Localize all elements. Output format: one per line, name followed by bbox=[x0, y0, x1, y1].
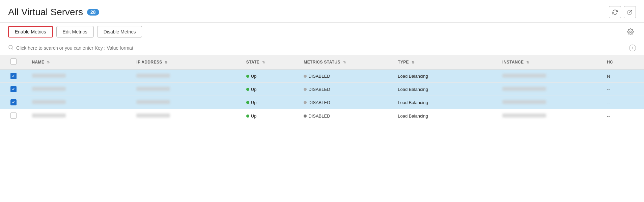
table-wrapper: NAME ⇅ IP ADDRESS ⇅ STATE ⇅ METRICS STAT… bbox=[0, 55, 644, 202]
search-input[interactable] bbox=[16, 45, 626, 51]
sort-arrows-state: ⇅ bbox=[262, 60, 265, 64]
row-metrics-status: DISABLED bbox=[299, 109, 393, 123]
row-metrics-status: DISABLED bbox=[299, 96, 393, 109]
svg-line-0 bbox=[629, 10, 632, 12]
col-header-name[interactable]: NAME ⇅ bbox=[27, 55, 132, 69]
refresh-icon bbox=[612, 9, 618, 15]
refresh-button[interactable] bbox=[609, 6, 621, 18]
page-title-area: All Virtual Servers 28 bbox=[8, 7, 99, 18]
col-header-state[interactable]: STATE ⇅ bbox=[242, 55, 299, 69]
enable-metrics-button[interactable]: Enable Metrics bbox=[8, 26, 53, 37]
page-wrapper: All Virtual Servers 28 Enabl bbox=[0, 0, 644, 202]
toolbar: Enable Metrics Edit Metrics Disable Metr… bbox=[0, 22, 644, 41]
row-checkbox-cell bbox=[0, 83, 27, 96]
col-header-ip[interactable]: IP ADDRESS ⇅ bbox=[132, 55, 241, 69]
row-hc: -- bbox=[602, 96, 644, 109]
table-row[interactable]: UpDISABLEDLoad Balancing-- bbox=[0, 96, 644, 109]
row-checkbox-cell bbox=[0, 96, 27, 109]
toolbar-buttons: Enable Metrics Edit Metrics Disable Metr… bbox=[8, 26, 142, 37]
row-instance bbox=[498, 69, 602, 83]
svg-line-3 bbox=[12, 48, 13, 49]
select-all-checkbox[interactable] bbox=[10, 58, 17, 65]
external-link-button[interactable] bbox=[624, 6, 636, 18]
metrics-dot bbox=[304, 115, 307, 118]
row-ip bbox=[132, 83, 241, 96]
sort-arrows-ip: ⇅ bbox=[165, 60, 167, 64]
row-instance bbox=[498, 83, 602, 96]
col-header-type[interactable]: TYPE ⇅ bbox=[393, 55, 498, 69]
state-dot bbox=[246, 75, 249, 78]
info-icon[interactable]: i bbox=[629, 45, 636, 51]
row-hc: N bbox=[602, 69, 644, 83]
row-checkbox[interactable] bbox=[10, 73, 17, 79]
row-state: Up bbox=[242, 96, 299, 109]
page-title: All Virtual Servers bbox=[8, 7, 83, 18]
search-icon bbox=[8, 45, 13, 51]
svg-point-1 bbox=[630, 31, 632, 33]
row-checkbox-cell bbox=[0, 109, 27, 123]
sort-arrows-name: ⇅ bbox=[47, 60, 50, 64]
row-metrics-status: DISABLED bbox=[299, 83, 393, 96]
row-instance bbox=[498, 96, 602, 109]
row-checkbox[interactable] bbox=[10, 112, 17, 119]
row-type: Load Balancing bbox=[393, 96, 498, 109]
row-state: Up bbox=[242, 109, 299, 123]
row-type: Load Balancing bbox=[393, 83, 498, 96]
table-row[interactable]: UpDISABLEDLoad Balancing-- bbox=[0, 109, 644, 123]
table-header-row: NAME ⇅ IP ADDRESS ⇅ STATE ⇅ METRICS STAT… bbox=[0, 55, 644, 69]
row-hc: -- bbox=[602, 109, 644, 123]
edit-metrics-button[interactable]: Edit Metrics bbox=[56, 26, 94, 37]
sort-arrows-metrics: ⇅ bbox=[343, 60, 346, 64]
state-dot bbox=[246, 115, 249, 118]
row-name bbox=[27, 109, 132, 123]
col-header-metrics[interactable]: METRICS STATUS ⇅ bbox=[299, 55, 393, 69]
state-dot bbox=[246, 88, 249, 91]
virtual-servers-table: NAME ⇅ IP ADDRESS ⇅ STATE ⇅ METRICS STAT… bbox=[0, 55, 644, 123]
row-instance bbox=[498, 109, 602, 123]
row-type: Load Balancing bbox=[393, 109, 498, 123]
row-checkbox[interactable] bbox=[10, 99, 17, 105]
disable-metrics-button[interactable]: Disable Metrics bbox=[97, 26, 142, 37]
row-ip bbox=[132, 96, 241, 109]
table-body: UpDISABLEDLoad BalancingNUpDISABLEDLoad … bbox=[0, 69, 644, 123]
row-ip bbox=[132, 109, 241, 123]
header-icons bbox=[609, 6, 636, 18]
metrics-dot bbox=[304, 88, 307, 91]
row-checkbox-cell bbox=[0, 69, 27, 83]
row-metrics-status: DISABLED bbox=[299, 69, 393, 83]
row-state: Up bbox=[242, 83, 299, 96]
metrics-dot bbox=[304, 101, 307, 104]
row-state: Up bbox=[242, 69, 299, 83]
metrics-dot bbox=[304, 75, 307, 78]
search-bar: i bbox=[0, 41, 644, 55]
settings-button[interactable] bbox=[625, 26, 636, 37]
row-hc: -- bbox=[602, 83, 644, 96]
row-name bbox=[27, 96, 132, 109]
row-type: Load Balancing bbox=[393, 69, 498, 83]
row-checkbox[interactable] bbox=[10, 86, 17, 92]
row-ip bbox=[132, 69, 241, 83]
gear-icon bbox=[627, 28, 634, 35]
col-header-instance[interactable]: INSTANCE ⇅ bbox=[498, 55, 602, 69]
page-header: All Virtual Servers 28 bbox=[0, 0, 644, 22]
external-link-icon bbox=[627, 9, 633, 15]
sort-arrows-type: ⇅ bbox=[412, 60, 414, 64]
col-header-check[interactable] bbox=[0, 55, 27, 69]
state-dot bbox=[246, 101, 249, 104]
row-name bbox=[27, 69, 132, 83]
count-badge: 28 bbox=[87, 9, 99, 16]
col-header-hc[interactable]: HC bbox=[602, 55, 644, 69]
table-row[interactable]: UpDISABLEDLoad BalancingN bbox=[0, 69, 644, 83]
sort-arrows-instance: ⇅ bbox=[526, 60, 529, 64]
table-row[interactable]: UpDISABLEDLoad Balancing-- bbox=[0, 83, 644, 96]
row-name bbox=[27, 83, 132, 96]
